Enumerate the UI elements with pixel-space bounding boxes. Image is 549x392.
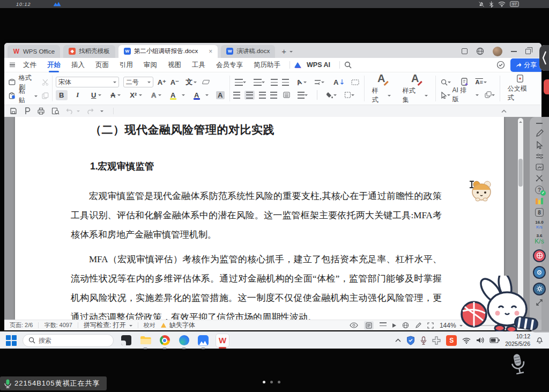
print-icon[interactable]	[37, 107, 45, 115]
web-view-button[interactable]	[402, 322, 409, 329]
wifi-tray-icon[interactable]	[462, 337, 471, 344]
tab-layout-icon[interactable]	[462, 48, 468, 54]
annotate-pen-icon[interactable]	[536, 129, 544, 137]
highlight-color-button[interactable]: A	[167, 90, 187, 101]
notification-bell-icon[interactable]	[536, 336, 544, 344]
taskbar-meeting-app[interactable]	[196, 334, 210, 347]
tab-document-active[interactable]: W 第二小组调研报告.docx ×	[118, 45, 218, 58]
speaker-tray-icon[interactable]	[476, 337, 484, 344]
menu-page[interactable]: 页面	[91, 59, 114, 71]
eye-protect-icon[interactable]	[350, 322, 358, 328]
menu-home[interactable]: 开始	[42, 59, 65, 71]
missing-font-warning[interactable]: 缺失字体	[161, 321, 195, 330]
protect-check-icon[interactable]	[496, 61, 505, 69]
font-size-combo[interactable]: 二号	[123, 77, 153, 87]
font-name-combo[interactable]: 宋体	[56, 77, 119, 87]
share-button[interactable]: 分享	[510, 58, 541, 72]
menu-tools[interactable]: 工具	[187, 59, 210, 71]
sidebar-collapse-handle[interactable]	[539, 45, 549, 71]
performance-meter-icon[interactable]	[536, 198, 543, 204]
decrease-indent-button[interactable]	[271, 79, 278, 86]
scrollbar-thumb[interactable]	[518, 159, 523, 187]
badge-8-icon[interactable]: 8	[535, 208, 544, 217]
proofread-button[interactable]: 校对	[144, 321, 155, 329]
menu-resume-assistant[interactable]: 简历助手	[249, 59, 285, 71]
text-tool-button[interactable]: 文	[183, 76, 198, 88]
taskbar-wps[interactable]: W	[216, 334, 229, 347]
shading-button[interactable]	[325, 91, 338, 99]
microphone-tray-icon[interactable]	[420, 336, 427, 345]
underline-button[interactable]: U	[88, 90, 103, 100]
fullscreen-button[interactable]	[427, 322, 434, 329]
taskbar-chrome[interactable]	[158, 334, 172, 347]
help-button[interactable]: ?✓	[535, 186, 544, 194]
close-tab-icon[interactable]: ×	[209, 48, 212, 55]
tab-document-2[interactable]: W 演讲稿.docx	[221, 45, 275, 58]
user-avatar[interactable]	[493, 47, 502, 56]
text-effects-button[interactable]: A	[148, 90, 163, 100]
arrange-layers-button[interactable]	[483, 90, 496, 99]
increase-indent-button[interactable]	[282, 79, 289, 86]
red-floating-tab[interactable]	[544, 79, 549, 94]
cut-icon[interactable]	[42, 79, 49, 86]
numbered-list-button[interactable]	[252, 78, 266, 87]
minimize-button[interactable]	[511, 51, 517, 52]
taskbar-file-explorer[interactable]	[138, 334, 152, 347]
strikethrough-button[interactable]: A	[107, 90, 122, 100]
tab-stops-button[interactable]	[350, 78, 361, 86]
export-pdf-icon[interactable]	[24, 107, 31, 115]
settings-sliders-icon[interactable]	[536, 153, 544, 160]
copy-icon[interactable]	[42, 92, 49, 99]
edit-pen-button[interactable]	[415, 322, 421, 329]
borders-button[interactable]	[343, 91, 356, 99]
taskbar-edge[interactable]	[177, 334, 191, 347]
style-set-button[interactable]: A 样式集	[398, 72, 432, 105]
pointer-arrow-icon[interactable]	[536, 141, 543, 149]
s-app-tray-icon[interactable]: S	[446, 335, 457, 346]
italic-button[interactable]: I	[72, 90, 84, 100]
font-color-button[interactable]: A	[191, 90, 210, 101]
menu-reference[interactable]: 引用	[115, 59, 138, 71]
clear-format-icon[interactable]	[202, 80, 210, 84]
menu-insert[interactable]: 插入	[66, 59, 90, 71]
new-tab-button[interactable]: +	[281, 47, 286, 56]
distribute-button[interactable]	[281, 91, 292, 99]
align-left-button[interactable]	[233, 92, 240, 99]
line-spacing-button[interactable]	[296, 91, 309, 100]
screen-sharing-banner[interactable]: 22154B105黄祺正在共享	[0, 376, 107, 390]
start-button[interactable]	[5, 335, 17, 346]
menu-review[interactable]: 审阅	[139, 59, 162, 71]
character-shading-button[interactable]: A	[214, 90, 226, 100]
menu-member[interactable]: 会员专享	[211, 59, 248, 71]
bullet-list-button[interactable]	[233, 78, 248, 87]
official-doc-mode-button[interactable]: 公文模式	[503, 75, 537, 102]
shrink-font-button[interactable]: A⁻	[170, 78, 179, 86]
palette-minimize-button[interactable]	[536, 123, 543, 124]
search-input[interactable]	[39, 337, 98, 344]
page-view-button[interactable]	[364, 321, 374, 330]
magic-tools-icon[interactable]	[536, 174, 543, 182]
read-mode-button[interactable]	[392, 323, 396, 328]
find-button[interactable]	[439, 78, 452, 87]
bold-button[interactable]: B	[56, 90, 68, 100]
search-icon[interactable]	[344, 61, 352, 69]
print-preview-icon[interactable]	[51, 107, 60, 115]
battery-tray-icon[interactable]	[489, 337, 500, 343]
customize-quickbar-chevron[interactable]	[100, 110, 103, 114]
undo-button[interactable]	[66, 108, 80, 114]
grow-font-button[interactable]: A⁺	[158, 78, 166, 86]
text-direction-button[interactable]: A	[293, 77, 308, 87]
tab-wps-home[interactable]: W WPS Office	[8, 45, 60, 58]
align-center-button[interactable]	[244, 91, 255, 100]
image-annotate-icon[interactable]	[536, 164, 544, 171]
scroll-up-arrow[interactable]	[519, 120, 522, 123]
taskbar-notebook-app[interactable]	[119, 334, 133, 347]
word-count[interactable]: 字数: 4097	[44, 321, 72, 329]
ai-layout-button[interactable]: AI 排版	[452, 86, 479, 104]
paste-button[interactable]: 粘贴	[9, 87, 38, 105]
menu-wps-ai[interactable]: WPS AI	[302, 60, 335, 70]
globe-icon[interactable]	[476, 47, 484, 55]
wrap-button[interactable]	[313, 78, 326, 86]
security-shield-icon[interactable]	[406, 336, 415, 345]
tab-list-chevron-icon[interactable]	[290, 51, 293, 54]
